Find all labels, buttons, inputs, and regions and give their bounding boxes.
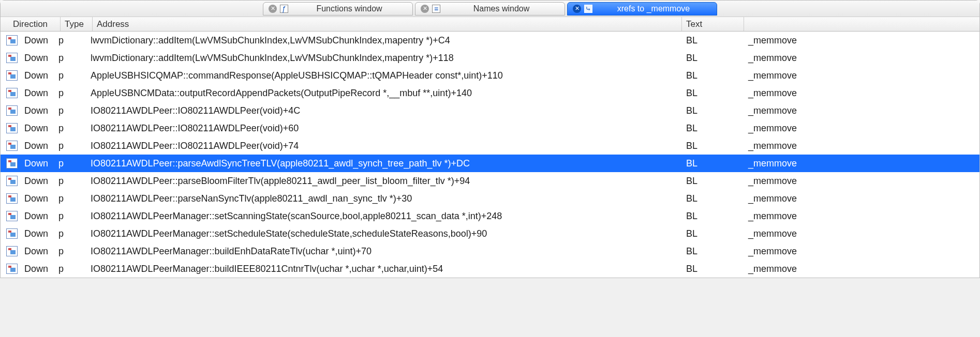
cell-text: BL: [682, 84, 744, 102]
close-icon[interactable]: ✕: [269, 5, 277, 13]
cell-direction: Down: [20, 242, 54, 260]
cell-direction: Down: [20, 67, 54, 84]
table-row[interactable]: DownpAppleUSBHSICQMAP::commandResponse(A…: [1, 67, 979, 84]
table-row[interactable]: DownplwvmDictionary::addItem(LwVMSubChun…: [1, 49, 979, 67]
table-row[interactable]: DownpIO80211AWDLPeer::parseBloomFilterTl…: [1, 172, 979, 190]
cell-address: AppleUSBHSICQMAP::commandResponse(AppleU…: [86, 67, 682, 84]
xref-icon: [6, 263, 18, 274]
cell-func: _memmove: [744, 32, 979, 49]
xrefs-window: ✕ƒFunctions window✕≡Names window✕⤷xrefs …: [0, 0, 980, 278]
table-row[interactable]: DownpIO80211AWDLPeer::parseAwdlSyncTreeT…: [1, 155, 979, 172]
column-icon-header[interactable]: [1, 17, 9, 31]
cell-text: BL: [682, 49, 744, 67]
table-header: Direction Type Address Text: [1, 17, 979, 32]
cell-direction: Down: [20, 84, 54, 102]
cell-address: IO80211AWDLPeer::IO80211AWDLPeer(void)+4…: [86, 102, 682, 119]
cell-direction: Down: [20, 155, 54, 172]
tab-icon: ⤷: [584, 5, 592, 13]
xref-icon: [6, 70, 18, 81]
cell-func: _memmove: [744, 67, 979, 84]
table-row[interactable]: DownpIO80211AWDLPeerManager::setSchedule…: [1, 225, 979, 242]
cell-type: p: [54, 102, 86, 119]
cell-text: BL: [682, 137, 744, 155]
cell-text: BL: [682, 155, 744, 172]
cell-func: _memmove: [744, 84, 979, 102]
close-icon[interactable]: ✕: [421, 5, 429, 13]
cell-address: lwvmDictionary::addItem(LwVMSubChunkInde…: [86, 49, 682, 67]
cell-direction: Down: [20, 137, 54, 155]
xref-icon: [6, 228, 18, 239]
tab-1[interactable]: ✕≡Names window: [415, 2, 565, 16]
table-row[interactable]: DownpIO80211AWDLPeerManager::buildEnhDat…: [1, 242, 979, 260]
cell-text: BL: [682, 260, 744, 278]
cell-address: IO80211AWDLPeerManager::setScanningState…: [86, 207, 682, 225]
cell-direction: Down: [20, 49, 54, 67]
table-row[interactable]: DownpIO80211AWDLPeer::IO80211AWDLPeer(vo…: [1, 119, 979, 137]
table-row[interactable]: DownpIO80211AWDLPeerManager::buildIEEE80…: [1, 260, 979, 278]
tab-label: Functions window: [291, 4, 407, 13]
xref-icon: [6, 246, 18, 257]
cell-address: IO80211AWDLPeerManager::buildIEEE80211Cn…: [86, 260, 682, 278]
column-type-header[interactable]: Type: [61, 17, 93, 31]
xref-icon: [6, 140, 18, 151]
xref-icon: [6, 35, 18, 46]
cell-type: p: [54, 260, 86, 278]
cell-direction: Down: [20, 225, 54, 242]
cell-type: p: [54, 225, 86, 242]
cell-direction: Down: [20, 207, 54, 225]
cell-text: BL: [682, 207, 744, 225]
tab-2[interactable]: ✕⤷xrefs to _memmove: [567, 2, 717, 16]
table-row[interactable]: DownplwvmDictionary::addItem(LwVMSubChun…: [1, 32, 979, 49]
cell-direction: Down: [20, 260, 54, 278]
cell-address: IO80211AWDLPeerManager::buildEnhDataRate…: [86, 242, 682, 260]
cell-func: _memmove: [744, 225, 979, 242]
tab-bar: ✕ƒFunctions window✕≡Names window✕⤷xrefs …: [1, 1, 979, 17]
cell-text: BL: [682, 190, 744, 207]
tab-icon: ƒ: [280, 5, 288, 13]
cell-direction: Down: [20, 190, 54, 207]
tab-icon: ≡: [432, 5, 440, 13]
cell-func: _memmove: [744, 137, 979, 155]
tab-0[interactable]: ✕ƒFunctions window: [263, 2, 413, 16]
cell-direction: Down: [20, 32, 54, 49]
column-address-header[interactable]: Address: [93, 17, 682, 31]
cell-type: p: [54, 67, 86, 84]
cell-address: lwvmDictionary::addItem(LwVMSubChunkInde…: [86, 32, 682, 49]
cell-address: IO80211AWDLPeer::IO80211AWDLPeer(void)+7…: [86, 137, 682, 155]
cell-type: p: [54, 190, 86, 207]
cell-func: _memmove: [744, 102, 979, 119]
cell-type: p: [54, 84, 86, 102]
cell-type: p: [54, 119, 86, 137]
cell-text: BL: [682, 172, 744, 190]
cell-func: _memmove: [744, 242, 979, 260]
cell-type: p: [54, 49, 86, 67]
xref-icon: [6, 105, 18, 116]
cell-func: _memmove: [744, 155, 979, 172]
table-row[interactable]: DownpIO80211AWDLPeer::IO80211AWDLPeer(vo…: [1, 102, 979, 119]
cell-func: _memmove: [744, 190, 979, 207]
cell-direction: Down: [20, 102, 54, 119]
cell-text: BL: [682, 67, 744, 84]
cell-text: BL: [682, 242, 744, 260]
xref-icon: [6, 193, 18, 204]
table-body: DownplwvmDictionary::addItem(LwVMSubChun…: [1, 32, 979, 278]
cell-text: BL: [682, 32, 744, 49]
cell-type: p: [54, 137, 86, 155]
cell-address: IO80211AWDLPeer::parseAwdlSyncTreeTLV(ap…: [86, 155, 682, 172]
column-func-header[interactable]: [744, 17, 979, 31]
cell-address: IO80211AWDLPeer::parseBloomFilterTlv(app…: [86, 172, 682, 190]
table-row[interactable]: DownpIO80211AWDLPeerManager::setScanning…: [1, 207, 979, 225]
close-icon[interactable]: ✕: [573, 5, 581, 13]
cell-func: _memmove: [744, 207, 979, 225]
column-direction-header[interactable]: Direction: [9, 17, 61, 31]
table-row[interactable]: DownpIO80211AWDLPeer::parseNanSyncTlv(ap…: [1, 190, 979, 207]
cell-func: _memmove: [744, 119, 979, 137]
cell-text: BL: [682, 119, 744, 137]
table-row[interactable]: DownpIO80211AWDLPeer::IO80211AWDLPeer(vo…: [1, 137, 979, 155]
table-row[interactable]: DownpAppleUSBNCMData::outputRecordAppend…: [1, 84, 979, 102]
cell-address: IO80211AWDLPeer::parseNanSyncTlv(apple80…: [86, 190, 682, 207]
cell-text: BL: [682, 102, 744, 119]
cell-type: p: [54, 207, 86, 225]
column-text-header[interactable]: Text: [682, 17, 744, 31]
cell-func: _memmove: [744, 49, 979, 67]
